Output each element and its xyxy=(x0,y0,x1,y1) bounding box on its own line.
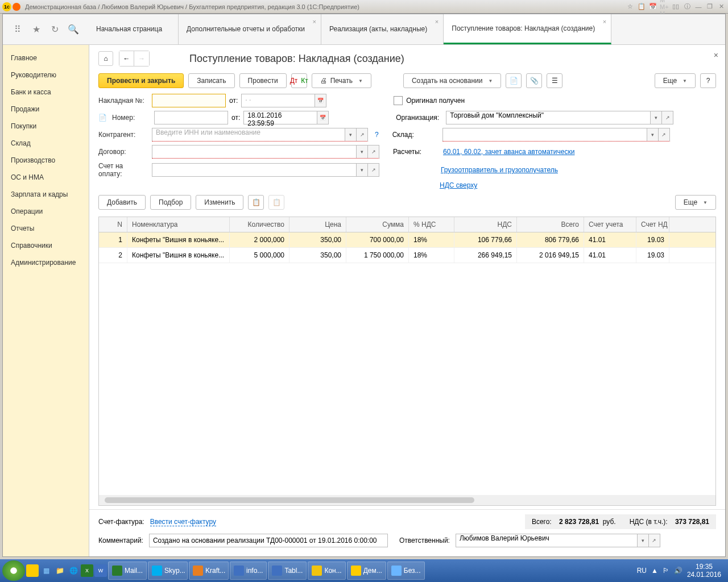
post-close-button[interactable]: Провести и закрыть xyxy=(98,73,184,88)
sidebar-item[interactable]: Справочники xyxy=(3,237,89,254)
tab-start[interactable]: Начальная страница xyxy=(88,14,179,44)
close-icon[interactable]: × xyxy=(435,18,439,26)
start-button[interactable] xyxy=(2,560,25,581)
comment-input[interactable] xyxy=(149,534,388,547)
taskbar-button[interactable]: Mail... xyxy=(108,562,147,580)
quick-launch-icon[interactable]: X xyxy=(81,564,93,577)
chevron-down-icon[interactable]: ▾ xyxy=(647,128,658,141)
open-icon[interactable]: ↗ xyxy=(356,128,367,141)
paste-icon[interactable]: 📋 xyxy=(268,195,284,210)
open-icon[interactable]: ↗ xyxy=(367,164,379,176)
table-row[interactable]: 1 Конфеты "Вишня в коньяке... 2 000,000 … xyxy=(99,232,715,248)
taskbar-button[interactable]: Дем... xyxy=(347,562,386,580)
chevron-down-icon[interactable]: ▾ xyxy=(356,146,367,158)
post-button[interactable]: Провести xyxy=(239,73,287,88)
forward-button[interactable]: → xyxy=(134,51,149,66)
taskbar-button[interactable]: Skyp... xyxy=(148,562,188,580)
search-icon[interactable]: 🔍 xyxy=(68,24,79,35)
taskbar-button[interactable]: Кон... xyxy=(308,562,345,580)
sidebar-item[interactable]: Склад xyxy=(3,135,89,152)
lang-indicator[interactable]: RU xyxy=(637,567,647,575)
save-button[interactable]: Записать xyxy=(188,73,234,88)
sf-link[interactable]: Ввести счет-фактуру xyxy=(150,518,216,526)
tab-realization[interactable]: Реализация (акты, накладные)× xyxy=(321,14,444,44)
panel-icon[interactable]: ▯▯ xyxy=(671,2,680,11)
clock-date[interactable]: 24.01.2016 xyxy=(687,571,721,579)
history-icon[interactable]: ↻ xyxy=(49,24,60,35)
list-icon[interactable]: ☰ xyxy=(547,73,562,88)
quick-launch-icon[interactable]: 📁 xyxy=(53,564,66,577)
create-based-button[interactable]: Создать на основании▼ xyxy=(403,73,501,88)
tab-receipt[interactable]: Поступление товаров: Накладная (создание… xyxy=(444,14,611,44)
open-icon[interactable]: ↗ xyxy=(648,534,660,547)
copy-icon[interactable]: 📋 xyxy=(248,195,264,210)
sound-icon[interactable]: 🔊 xyxy=(674,567,682,575)
help-icon[interactable]: ⓘ xyxy=(682,2,692,11)
doc-icon[interactable]: 📄 xyxy=(506,73,522,88)
original-checkbox[interactable] xyxy=(394,96,403,105)
close-icon[interactable]: × xyxy=(603,18,606,26)
taskbar-button[interactable]: info... xyxy=(230,562,267,580)
sidebar-item[interactable]: Производство xyxy=(3,152,89,169)
date-input[interactable]: 18.01.2016 23:59:59📅 xyxy=(243,111,329,124)
quick-launch-icon[interactable]: ▦ xyxy=(40,564,52,577)
chevron-down-icon[interactable]: ▾ xyxy=(650,111,661,124)
more-button[interactable]: Еще▼ xyxy=(675,195,716,210)
select-button[interactable]: Подбор xyxy=(150,195,191,210)
invoice-input[interactable] xyxy=(152,94,226,107)
sidebar-item[interactable]: ОС и НМА xyxy=(3,169,89,186)
sidebar-item[interactable]: Отчеты xyxy=(3,220,89,237)
table-row[interactable]: 2 Конфеты "Вишня в коньяке... 5 000,000 … xyxy=(99,248,715,263)
calendar-icon[interactable]: 📅 xyxy=(315,94,326,107)
tray-icon[interactable]: ▲ xyxy=(651,567,658,575)
edit-button[interactable]: Изменить xyxy=(196,195,243,210)
resp-input[interactable]: Любимов Валерий Юрьевич↗▾ xyxy=(456,534,660,547)
contract-input[interactable]: ↗▾ xyxy=(152,145,379,159)
close-icon[interactable]: ✕ xyxy=(717,2,726,11)
tool-icon[interactable]: M M+ M- xyxy=(660,2,669,11)
open-icon[interactable]: ↗ xyxy=(661,111,673,124)
grid-icon[interactable]: ⠿ xyxy=(12,24,23,35)
help-button[interactable]: ? xyxy=(700,73,716,88)
payment-invoice-input[interactable]: ↗▾ xyxy=(152,163,379,177)
horizontal-scrollbar[interactable] xyxy=(99,495,715,505)
quick-launch-icon[interactable] xyxy=(26,564,39,577)
tool-icon[interactable]: 📅 xyxy=(648,2,657,11)
clock-time[interactable]: 19:35 xyxy=(687,563,721,571)
tab-reports[interactable]: Дополнительные отчеты и обработки× xyxy=(179,14,321,44)
chevron-down-icon[interactable]: ▾ xyxy=(637,534,648,547)
taskbar-button[interactable]: Tabl... xyxy=(268,562,307,580)
number-input[interactable] xyxy=(154,111,228,124)
help-link[interactable]: ? xyxy=(375,131,379,139)
sidebar-item[interactable]: Главное xyxy=(3,49,89,66)
tool-icon[interactable]: ☆ xyxy=(626,2,635,11)
sidebar-item[interactable]: Администрирование xyxy=(3,254,89,271)
settlements-link[interactable]: 60.01, 60.02, зачет аванса автоматически xyxy=(443,148,574,156)
shipper-link[interactable]: Грузоотправитель и грузополучатель xyxy=(441,166,558,174)
chevron-down-icon[interactable]: ▾ xyxy=(345,128,356,141)
vat-link[interactable]: НДС сверху xyxy=(440,181,477,189)
sidebar-item[interactable]: Руководителю xyxy=(3,66,89,84)
sidebar-item[interactable]: Покупки xyxy=(3,118,89,135)
close-icon[interactable]: × xyxy=(313,18,316,26)
calendar-icon[interactable]: 📅 xyxy=(317,111,328,124)
warehouse-input[interactable]: ↗▾ xyxy=(442,128,670,142)
star-icon[interactable]: ★ xyxy=(31,24,42,35)
org-input[interactable]: Торговый дом "Комплексный"↗▾ xyxy=(446,111,673,124)
attach-icon[interactable]: 📎 xyxy=(526,73,542,88)
minimize-icon[interactable]: — xyxy=(694,2,703,11)
tray-icon[interactable]: 🏳 xyxy=(663,567,669,575)
chevron-down-icon[interactable]: ▾ xyxy=(356,164,367,176)
sidebar-item[interactable]: Продажи xyxy=(3,101,89,118)
open-icon[interactable]: ↗ xyxy=(367,146,379,158)
contragent-input[interactable]: Введите ИНН или наименование↗▾ xyxy=(152,128,368,142)
sidebar-item[interactable]: Зарплата и кадры xyxy=(3,186,89,203)
dropdown-icon[interactable] xyxy=(13,3,20,11)
maximize-icon[interactable]: ❐ xyxy=(705,2,714,11)
tool-icon[interactable]: 📋 xyxy=(637,2,646,11)
close-icon[interactable]: × xyxy=(714,51,718,60)
back-button[interactable]: ← xyxy=(119,51,134,66)
invoice-date-input[interactable]: . .📅 xyxy=(241,94,326,107)
taskbar-button[interactable]: Kraft... xyxy=(189,562,229,580)
add-button[interactable]: Добавить xyxy=(98,195,146,210)
